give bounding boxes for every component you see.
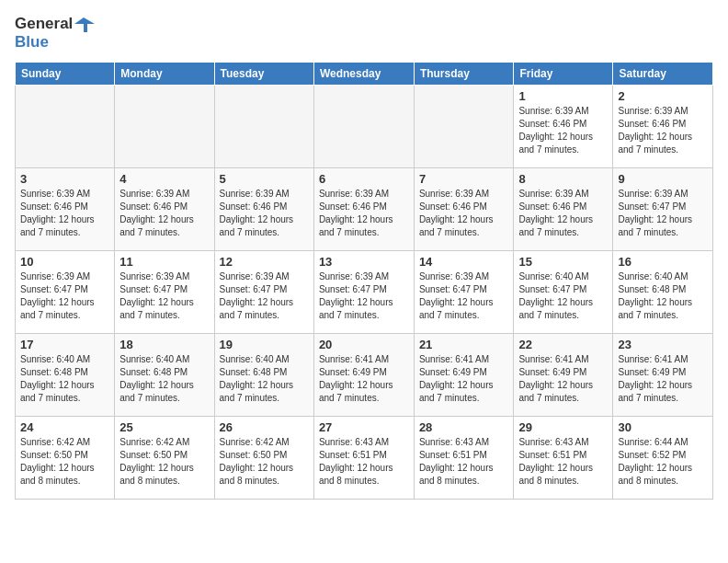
day-info: Sunrise: 6:41 AM Sunset: 6:49 PM Dayligh…	[319, 353, 409, 405]
calendar-cell: 30Sunrise: 6:44 AM Sunset: 6:52 PM Dayli…	[613, 416, 713, 499]
calendar-week-2: 3Sunrise: 6:39 AM Sunset: 6:46 PM Daylig…	[16, 167, 713, 250]
day-number: 10	[20, 255, 109, 269]
calendar-cell	[16, 85, 115, 167]
calendar-header-saturday: Saturday	[613, 62, 713, 85]
day-number: 7	[419, 172, 509, 186]
calendar-cell	[214, 85, 313, 167]
day-number: 6	[319, 172, 409, 186]
calendar-cell: 3Sunrise: 6:39 AM Sunset: 6:46 PM Daylig…	[16, 167, 115, 250]
day-info: Sunrise: 6:41 AM Sunset: 6:49 PM Dayligh…	[419, 353, 509, 405]
logo-container: General Blue	[15, 15, 95, 52]
day-info: Sunrise: 6:39 AM Sunset: 6:47 PM Dayligh…	[618, 188, 708, 239]
day-info: Sunrise: 6:40 AM Sunset: 6:47 PM Dayligh…	[518, 270, 608, 322]
day-number: 5	[220, 172, 309, 186]
day-info: Sunrise: 6:40 AM Sunset: 6:48 PM Dayligh…	[119, 353, 209, 405]
day-info: Sunrise: 6:39 AM Sunset: 6:46 PM Dayligh…	[419, 188, 509, 239]
calendar-cell: 10Sunrise: 6:39 AM Sunset: 6:47 PM Dayli…	[16, 250, 115, 333]
day-number: 11	[119, 255, 209, 269]
calendar-cell: 17Sunrise: 6:40 AM Sunset: 6:48 PM Dayli…	[16, 333, 115, 416]
logo-text-general: General	[15, 15, 73, 33]
calendar-header-monday: Monday	[115, 62, 214, 85]
day-number: 18	[119, 338, 209, 351]
calendar-cell: 27Sunrise: 6:43 AM Sunset: 6:51 PM Dayli…	[313, 416, 414, 499]
calendar-table: SundayMondayTuesdayWednesdayThursdayFrid…	[15, 62, 713, 500]
day-number: 26	[220, 420, 309, 434]
calendar-cell: 15Sunrise: 6:40 AM Sunset: 6:47 PM Dayli…	[514, 250, 613, 333]
calendar-cell: 24Sunrise: 6:42 AM Sunset: 6:50 PM Dayli…	[16, 416, 115, 499]
calendar-cell: 6Sunrise: 6:39 AM Sunset: 6:46 PM Daylig…	[313, 167, 414, 250]
day-number: 24	[20, 420, 109, 434]
calendar-cell	[414, 85, 514, 167]
day-number: 21	[419, 338, 509, 351]
day-info: Sunrise: 6:44 AM Sunset: 6:52 PM Dayligh…	[618, 436, 708, 488]
calendar-cell: 25Sunrise: 6:42 AM Sunset: 6:50 PM Dayli…	[115, 416, 214, 499]
calendar-header-row: SundayMondayTuesdayWednesdayThursdayFrid…	[16, 62, 713, 85]
day-info: Sunrise: 6:39 AM Sunset: 6:46 PM Dayligh…	[618, 105, 708, 156]
day-info: Sunrise: 6:40 AM Sunset: 6:48 PM Dayligh…	[220, 353, 309, 405]
logo: General Blue	[15, 15, 95, 52]
calendar-cell: 19Sunrise: 6:40 AM Sunset: 6:48 PM Dayli…	[214, 333, 313, 416]
day-info: Sunrise: 6:39 AM Sunset: 6:46 PM Dayligh…	[319, 188, 409, 239]
calendar-cell: 9Sunrise: 6:39 AM Sunset: 6:47 PM Daylig…	[613, 167, 713, 250]
day-info: Sunrise: 6:42 AM Sunset: 6:50 PM Dayligh…	[20, 436, 109, 488]
day-number: 4	[119, 172, 209, 186]
day-number: 13	[319, 255, 409, 269]
day-number: 22	[518, 338, 608, 351]
logo-text-blue: Blue	[15, 33, 49, 52]
day-info: Sunrise: 6:39 AM Sunset: 6:47 PM Dayligh…	[119, 270, 209, 322]
calendar-cell: 18Sunrise: 6:40 AM Sunset: 6:48 PM Dayli…	[115, 333, 214, 416]
calendar-cell: 8Sunrise: 6:39 AM Sunset: 6:46 PM Daylig…	[514, 167, 613, 250]
day-number: 16	[618, 255, 708, 269]
calendar-cell: 29Sunrise: 6:43 AM Sunset: 6:51 PM Dayli…	[514, 416, 613, 499]
day-number: 14	[419, 255, 509, 269]
day-number: 3	[20, 172, 109, 186]
day-info: Sunrise: 6:42 AM Sunset: 6:50 PM Dayligh…	[220, 436, 309, 488]
logo-bird-icon	[74, 16, 95, 32]
calendar-cell: 5Sunrise: 6:39 AM Sunset: 6:46 PM Daylig…	[214, 167, 313, 250]
calendar-cell: 11Sunrise: 6:39 AM Sunset: 6:47 PM Dayli…	[115, 250, 214, 333]
calendar-cell: 20Sunrise: 6:41 AM Sunset: 6:49 PM Dayli…	[313, 333, 414, 416]
day-number: 29	[518, 420, 608, 434]
day-info: Sunrise: 6:43 AM Sunset: 6:51 PM Dayligh…	[419, 436, 509, 488]
calendar-cell: 1Sunrise: 6:39 AM Sunset: 6:46 PM Daylig…	[514, 85, 613, 167]
day-info: Sunrise: 6:41 AM Sunset: 6:49 PM Dayligh…	[618, 353, 708, 405]
day-number: 12	[220, 255, 309, 269]
calendar-cell: 22Sunrise: 6:41 AM Sunset: 6:49 PM Dayli…	[514, 333, 613, 416]
calendar-week-4: 17Sunrise: 6:40 AM Sunset: 6:48 PM Dayli…	[16, 333, 713, 416]
calendar-cell: 26Sunrise: 6:42 AM Sunset: 6:50 PM Dayli…	[214, 416, 313, 499]
calendar-cell: 2Sunrise: 6:39 AM Sunset: 6:46 PM Daylig…	[613, 85, 713, 167]
day-number: 30	[618, 420, 708, 434]
day-info: Sunrise: 6:39 AM Sunset: 6:46 PM Dayligh…	[220, 188, 309, 239]
day-info: Sunrise: 6:39 AM Sunset: 6:46 PM Dayligh…	[20, 188, 109, 239]
calendar-cell: 21Sunrise: 6:41 AM Sunset: 6:49 PM Dayli…	[414, 333, 514, 416]
day-info: Sunrise: 6:39 AM Sunset: 6:47 PM Dayligh…	[319, 270, 409, 322]
day-info: Sunrise: 6:39 AM Sunset: 6:47 PM Dayligh…	[419, 270, 509, 322]
day-info: Sunrise: 6:39 AM Sunset: 6:47 PM Dayligh…	[20, 270, 109, 322]
day-info: Sunrise: 6:43 AM Sunset: 6:51 PM Dayligh…	[319, 436, 409, 488]
calendar-header-tuesday: Tuesday	[214, 62, 313, 85]
day-info: Sunrise: 6:42 AM Sunset: 6:50 PM Dayligh…	[119, 436, 209, 488]
calendar-cell: 23Sunrise: 6:41 AM Sunset: 6:49 PM Dayli…	[613, 333, 713, 416]
calendar-cell: 28Sunrise: 6:43 AM Sunset: 6:51 PM Dayli…	[414, 416, 514, 499]
day-number: 19	[220, 338, 309, 351]
day-info: Sunrise: 6:40 AM Sunset: 6:48 PM Dayligh…	[618, 270, 708, 322]
day-number: 1	[518, 89, 608, 103]
calendar-week-1: 1Sunrise: 6:39 AM Sunset: 6:46 PM Daylig…	[16, 85, 713, 167]
day-number: 23	[618, 338, 708, 351]
calendar-cell: 12Sunrise: 6:39 AM Sunset: 6:47 PM Dayli…	[214, 250, 313, 333]
calendar-cell: 13Sunrise: 6:39 AM Sunset: 6:47 PM Dayli…	[313, 250, 414, 333]
day-number: 8	[518, 172, 608, 186]
page-header: General Blue	[15, 15, 713, 52]
day-number: 28	[419, 420, 509, 434]
calendar-cell	[115, 85, 214, 167]
day-number: 15	[518, 255, 608, 269]
day-info: Sunrise: 6:39 AM Sunset: 6:46 PM Dayligh…	[518, 105, 608, 156]
day-number: 20	[319, 338, 409, 351]
day-info: Sunrise: 6:43 AM Sunset: 6:51 PM Dayligh…	[518, 436, 608, 488]
calendar-header-wednesday: Wednesday	[313, 62, 414, 85]
day-number: 9	[618, 172, 708, 186]
day-info: Sunrise: 6:40 AM Sunset: 6:48 PM Dayligh…	[20, 353, 109, 405]
calendar-header-friday: Friday	[514, 62, 613, 85]
calendar-week-3: 10Sunrise: 6:39 AM Sunset: 6:47 PM Dayli…	[16, 250, 713, 333]
day-info: Sunrise: 6:39 AM Sunset: 6:46 PM Dayligh…	[518, 188, 608, 239]
